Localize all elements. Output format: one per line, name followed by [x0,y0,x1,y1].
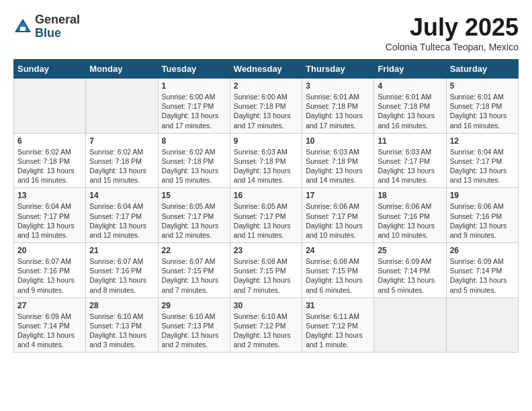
day-number: 16 [234,191,298,200]
day-number: 20 [17,246,82,255]
calendar-cell: 7Sunrise: 6:02 AM Sunset: 7:18 PM Daylig… [86,133,158,188]
day-info: Sunrise: 6:09 AM Sunset: 7:14 PM Dayligh… [378,257,442,295]
day-number: 3 [306,81,370,91]
calendar-cell: 20Sunrise: 6:07 AM Sunset: 7:16 PM Dayli… [14,243,86,298]
day-header-saturday: Saturday [446,60,518,79]
calendar-cell: 17Sunrise: 6:06 AM Sunset: 7:17 PM Dayli… [302,188,374,243]
calendar-cell: 23Sunrise: 6:08 AM Sunset: 7:15 PM Dayli… [230,243,302,298]
day-info: Sunrise: 6:08 AM Sunset: 7:15 PM Dayligh… [234,257,298,295]
calendar-cell: 14Sunrise: 6:04 AM Sunset: 7:17 PM Dayli… [86,188,158,243]
day-info: Sunrise: 6:07 AM Sunset: 7:16 PM Dayligh… [89,257,154,295]
day-info: Sunrise: 6:07 AM Sunset: 7:15 PM Dayligh… [162,257,226,295]
day-number: 17 [306,191,370,200]
logo-icon [13,17,32,36]
calendar-cell: 8Sunrise: 6:02 AM Sunset: 7:18 PM Daylig… [158,133,230,188]
day-info: Sunrise: 6:00 AM Sunset: 7:18 PM Dayligh… [234,92,298,130]
day-number: 10 [306,136,370,146]
day-info: Sunrise: 6:03 AM Sunset: 7:17 PM Dayligh… [378,147,442,185]
calendar-cell: 22Sunrise: 6:07 AM Sunset: 7:15 PM Dayli… [158,243,230,298]
day-number: 5 [450,81,515,91]
calendar-cell: 29Sunrise: 6:10 AM Sunset: 7:13 PM Dayli… [158,298,230,353]
calendar-week-row: 20Sunrise: 6:07 AM Sunset: 7:16 PM Dayli… [14,243,519,298]
calendar-cell: 1Sunrise: 6:00 AM Sunset: 7:17 PM Daylig… [158,79,230,134]
calendar-cell [86,79,158,134]
calendar-cell: 19Sunrise: 6:06 AM Sunset: 7:16 PM Dayli… [446,188,518,243]
day-number: 2 [234,81,298,91]
day-header-friday: Friday [374,60,446,79]
day-number: 26 [450,246,515,255]
calendar-cell: 24Sunrise: 6:08 AM Sunset: 7:15 PM Dayli… [302,243,374,298]
day-number: 13 [17,191,82,200]
day-info: Sunrise: 6:09 AM Sunset: 7:14 PM Dayligh… [17,312,82,350]
day-number: 29 [162,301,226,310]
day-number: 11 [378,136,442,146]
calendar-cell: 3Sunrise: 6:01 AM Sunset: 7:18 PM Daylig… [302,79,374,134]
day-info: Sunrise: 6:02 AM Sunset: 7:18 PM Dayligh… [162,147,226,185]
day-info: Sunrise: 6:00 AM Sunset: 7:17 PM Dayligh… [162,92,226,130]
calendar-table: SundayMondayTuesdayWednesdayThursdayFrid… [13,59,519,353]
day-info: Sunrise: 6:02 AM Sunset: 7:18 PM Dayligh… [17,147,82,185]
location-subtitle: Colonia Tulteca Teopan, Mexico [386,42,519,52]
calendar-cell: 27Sunrise: 6:09 AM Sunset: 7:14 PM Dayli… [14,298,86,353]
day-number: 30 [234,301,298,310]
day-number: 1 [162,81,226,91]
day-number: 4 [378,81,442,91]
day-number: 25 [378,246,442,255]
calendar-header: SundayMondayTuesdayWednesdayThursdayFrid… [14,60,519,79]
calendar-cell: 5Sunrise: 6:01 AM Sunset: 7:18 PM Daylig… [446,79,518,134]
calendar-cell: 4Sunrise: 6:01 AM Sunset: 7:18 PM Daylig… [374,79,446,134]
day-number: 12 [450,136,515,146]
day-number: 15 [162,191,226,200]
calendar-cell: 26Sunrise: 6:09 AM Sunset: 7:14 PM Dayli… [446,243,518,298]
day-info: Sunrise: 6:01 AM Sunset: 7:18 PM Dayligh… [450,92,515,130]
calendar-week-row: 27Sunrise: 6:09 AM Sunset: 7:14 PM Dayli… [14,298,519,353]
day-info: Sunrise: 6:04 AM Sunset: 7:17 PM Dayligh… [89,201,154,240]
calendar-cell: 9Sunrise: 6:03 AM Sunset: 7:18 PM Daylig… [230,133,302,188]
day-info: Sunrise: 6:06 AM Sunset: 7:16 PM Dayligh… [450,201,515,240]
title-block: July 2025 Colonia Tulteca Teopan, Mexico [386,13,519,52]
calendar-cell: 2Sunrise: 6:00 AM Sunset: 7:18 PM Daylig… [230,79,302,134]
page-header: General Blue July 2025 Colonia Tulteca T… [13,13,519,52]
day-number: 27 [17,301,82,310]
day-number: 21 [89,246,154,255]
calendar-body: 1Sunrise: 6:00 AM Sunset: 7:17 PM Daylig… [14,79,519,353]
day-header-tuesday: Tuesday [158,60,230,79]
day-number: 24 [306,246,370,255]
logo-blue-text: Blue [35,27,80,40]
day-number: 22 [162,246,226,255]
month-title: July 2025 [386,13,519,42]
day-info: Sunrise: 6:04 AM Sunset: 7:17 PM Dayligh… [17,201,82,240]
calendar-week-row: 6Sunrise: 6:02 AM Sunset: 7:18 PM Daylig… [14,133,519,188]
day-info: Sunrise: 6:05 AM Sunset: 7:17 PM Dayligh… [162,201,226,240]
day-info: Sunrise: 6:08 AM Sunset: 7:15 PM Dayligh… [306,257,370,295]
day-number: 14 [89,191,154,200]
calendar-cell [446,298,518,353]
calendar-cell: 15Sunrise: 6:05 AM Sunset: 7:17 PM Dayli… [158,188,230,243]
day-number: 18 [378,191,442,200]
day-info: Sunrise: 6:10 AM Sunset: 7:12 PM Dayligh… [234,312,298,350]
calendar-cell: 6Sunrise: 6:02 AM Sunset: 7:18 PM Daylig… [14,133,86,188]
day-info: Sunrise: 6:05 AM Sunset: 7:17 PM Dayligh… [234,201,298,240]
calendar-cell: 10Sunrise: 6:03 AM Sunset: 7:18 PM Dayli… [302,133,374,188]
calendar-cell: 11Sunrise: 6:03 AM Sunset: 7:17 PM Dayli… [374,133,446,188]
day-number: 8 [162,136,226,146]
calendar-cell: 25Sunrise: 6:09 AM Sunset: 7:14 PM Dayli… [374,243,446,298]
day-header-monday: Monday [86,60,158,79]
day-info: Sunrise: 6:06 AM Sunset: 7:17 PM Dayligh… [306,201,370,240]
calendar-cell: 21Sunrise: 6:07 AM Sunset: 7:16 PM Dayli… [86,243,158,298]
calendar-cell: 13Sunrise: 6:04 AM Sunset: 7:17 PM Dayli… [14,188,86,243]
day-header-sunday: Sunday [14,60,86,79]
calendar-cell: 31Sunrise: 6:11 AM Sunset: 7:12 PM Dayli… [302,298,374,353]
day-info: Sunrise: 6:01 AM Sunset: 7:18 PM Dayligh… [306,92,370,130]
day-number: 9 [234,136,298,146]
calendar-cell [14,79,86,134]
day-header-thursday: Thursday [302,60,374,79]
days-of-week-row: SundayMondayTuesdayWednesdayThursdayFrid… [14,60,519,79]
logo: General Blue [13,13,80,40]
day-number: 23 [234,246,298,255]
day-info: Sunrise: 6:06 AM Sunset: 7:16 PM Dayligh… [378,201,442,240]
calendar-week-row: 13Sunrise: 6:04 AM Sunset: 7:17 PM Dayli… [14,188,519,243]
day-info: Sunrise: 6:03 AM Sunset: 7:18 PM Dayligh… [234,147,298,185]
day-number: 19 [450,191,515,200]
day-info: Sunrise: 6:09 AM Sunset: 7:14 PM Dayligh… [450,257,515,295]
